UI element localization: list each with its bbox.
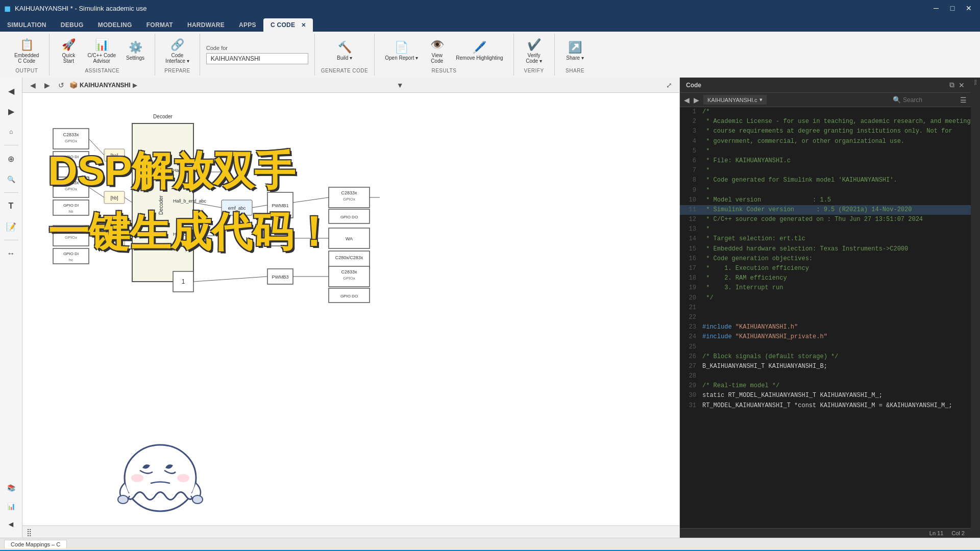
- line-number: 14: [684, 234, 702, 244]
- remove-highlighting-button[interactable]: 🖊️ Remove Highlighting: [452, 39, 507, 63]
- data-button[interactable]: 📊: [2, 497, 20, 515]
- line-number: 1: [684, 107, 702, 117]
- tab-modeling[interactable]: MODELING: [91, 18, 139, 32]
- view-code-button[interactable]: 👁️ ViewCode: [424, 36, 450, 66]
- view-code-icon: 👁️: [430, 38, 444, 52]
- code-panel-close-button[interactable]: ✕: [959, 81, 965, 89]
- annotation-button[interactable]: 📝: [2, 217, 20, 236]
- line-content: * 3. Interrupt run: [702, 283, 967, 293]
- code-for-input[interactable]: [206, 53, 308, 64]
- arrow-toggle-button[interactable]: ↔: [2, 244, 20, 263]
- output-group-label: OUTPUT: [15, 68, 38, 73]
- ribbon-tab-bar: SIMULATION DEBUG MODELING FORMAT HARDWAR…: [0, 16, 980, 32]
- line-number: 12: [684, 215, 702, 224]
- ribbon-group-assistance: 🚀 QuickStart 📊 C/C++ CodeAdvisor ⚙️ Sett…: [50, 34, 155, 76]
- app-title: KAIHUANYANSHI * - Simulink academic use: [15, 5, 146, 12]
- line-content: [702, 303, 967, 313]
- line-content: *: [702, 186, 967, 195]
- code-nav-forward-button[interactable]: ▶: [694, 96, 699, 104]
- line-content: * Embedded hardware selection: Texas Ins…: [702, 244, 967, 254]
- ribbon-content: 📋 EmbeddedC Code OUTPUT 🚀 QuickStart 📊 C…: [0, 32, 980, 78]
- maximize-button[interactable]: □: [945, 1, 960, 15]
- code-line: 31RT_MODEL_KAIHUANYANSHI_T *const KAIHUA…: [680, 401, 971, 411]
- line-number: 6: [684, 156, 702, 166]
- breadcrumb-model-name: KAIHUANYANSHI: [80, 82, 131, 89]
- line-content: static RT_MODEL_KAIHUANYANSHI_T KAIHUANY…: [702, 391, 967, 400]
- line-number: 23: [684, 322, 702, 332]
- tab-ccode[interactable]: C CODE ✕: [263, 18, 313, 32]
- svg-text:C2833x: C2833x: [341, 190, 357, 195]
- code-search-input[interactable]: [903, 96, 954, 104]
- tab-simulation[interactable]: SIMULATION: [0, 18, 54, 32]
- code-panel-header: Code ⧉ ✕: [680, 78, 971, 93]
- settings-icon: ⚙️: [129, 41, 142, 54]
- share-button[interactable]: ↗️ Share ▾: [562, 39, 587, 63]
- code-col: Col 2: [951, 530, 965, 536]
- open-report-icon: 📄: [395, 41, 408, 54]
- tab-close-icon[interactable]: ✕: [301, 22, 306, 28]
- tab-apps[interactable]: APPS: [232, 18, 263, 32]
- svg-point-51: [118, 495, 128, 504]
- svg-text:1: 1: [182, 278, 185, 285]
- zoom-fit-button[interactable]: ⊕: [2, 149, 20, 168]
- code-menu-button[interactable]: ☰: [960, 96, 967, 104]
- library-button[interactable]: 📚: [2, 479, 20, 497]
- forward-button[interactable]: ▶: [2, 102, 20, 120]
- verify-code-button[interactable]: ✔️ VerifyCode ▾: [521, 36, 547, 66]
- code-file-name: KAIHUANYANSHI.c: [707, 97, 757, 103]
- code-line: 20 */: [680, 293, 971, 303]
- build-button[interactable]: 🔨 Build ▾: [329, 39, 360, 63]
- text-button[interactable]: T: [2, 197, 20, 215]
- quick-start-label: QuickStart: [62, 53, 76, 64]
- canvas-dropdown-button[interactable]: ▼: [394, 79, 406, 91]
- code-content[interactable]: 1/*2 * Academic License - for use in tea…: [680, 107, 971, 528]
- tab-debug[interactable]: DEBUG: [54, 18, 91, 32]
- code-interface-button[interactable]: 🔗 CodeInterface ▾: [161, 36, 193, 66]
- line-content: * Code generated for Simulink model 'KAI…: [702, 176, 967, 185]
- tab-format[interactable]: FORMAT: [139, 18, 180, 32]
- code-nav-back-button[interactable]: ◀: [684, 96, 690, 104]
- canvas-refresh-button[interactable]: ↺: [55, 79, 67, 91]
- prepare-buttons: 🔗 CodeInterface ▾: [161, 36, 193, 66]
- back-button[interactable]: ◀: [2, 82, 20, 100]
- zoom-in-button[interactable]: 🔍: [2, 170, 20, 188]
- collapse-button[interactable]: ◄: [2, 515, 20, 534]
- handle-icon[interactable]: ⣿: [27, 528, 32, 536]
- code-ln: Ln 11: [929, 530, 944, 536]
- code-line: 26/* Block signals (default storage) */: [680, 352, 971, 362]
- quick-start-icon: 🚀: [62, 38, 76, 52]
- tab-hardware[interactable]: HARDWARE: [180, 18, 232, 32]
- line-number: 31: [684, 401, 702, 411]
- canvas-expand-button[interactable]: ⤢: [663, 79, 675, 91]
- verify-group-label: VERIFY: [524, 68, 544, 73]
- bottom-tab-code-mappings[interactable]: Code Mappings – C: [4, 540, 67, 548]
- canvas-forward-button[interactable]: ▶: [41, 79, 53, 91]
- settings-button[interactable]: ⚙️ Settings: [122, 39, 149, 63]
- ribbon-group-verify: ✔️ VerifyCode ▾ VERIFY: [514, 34, 555, 76]
- canvas-back-button[interactable]: ◀: [27, 79, 39, 91]
- share-icon: ↗️: [568, 41, 582, 54]
- line-number: 10: [684, 195, 702, 205]
- code-line: 24#include "KAIHUANYANSHI_private.h": [680, 332, 971, 342]
- open-report-button[interactable]: 📄 Open Report ▾: [381, 39, 422, 63]
- code-file-selector[interactable]: KAIHUANYANSHI.c ▾: [703, 95, 767, 105]
- code-panel-float-button[interactable]: ⧉: [949, 81, 954, 89]
- line-number: 18: [684, 273, 702, 283]
- quick-start-button[interactable]: 🚀 QuickStart: [56, 36, 81, 66]
- minimize-button[interactable]: ─: [929, 1, 943, 15]
- embedded-c-code-button[interactable]: 📋 EmbeddedC Code: [10, 36, 43, 66]
- svg-text:GPIOx: GPIOx: [65, 139, 77, 143]
- line-content: /*: [702, 107, 967, 117]
- code-line: 23#include "KAIHUANYANSHI.h": [680, 322, 971, 332]
- svg-point-49: [131, 474, 143, 482]
- right-toolbar-label[interactable]: Ins: [973, 80, 978, 85]
- ghost-character: [114, 417, 206, 533]
- canvas-header: ◀ ▶ ↺ 📦 KAIHUANYANSHI ▶ ▼ ⤢: [22, 78, 679, 93]
- title-bar: ◼ KAIHUANYANSHI * - Simulink academic us…: [0, 0, 980, 16]
- svg-text:PWMB3: PWMB3: [272, 274, 288, 280]
- line-content: * Model version : 1.5: [702, 195, 967, 205]
- cc-advisor-button[interactable]: 📊 C/C++ CodeAdvisor: [83, 36, 120, 66]
- home-button[interactable]: ⌂: [2, 122, 20, 141]
- ribbon-group-generate: 🔨 Build ▾ GENERATE CODE: [315, 34, 375, 76]
- close-button[interactable]: ✕: [962, 1, 976, 15]
